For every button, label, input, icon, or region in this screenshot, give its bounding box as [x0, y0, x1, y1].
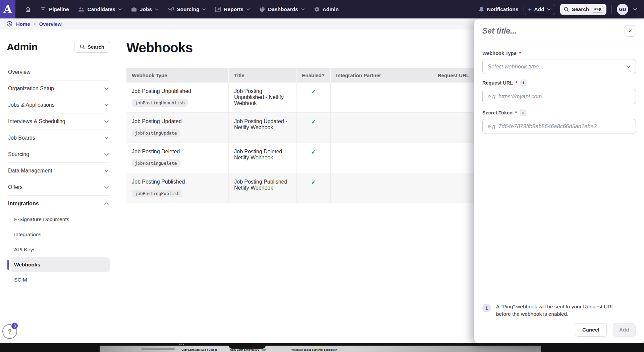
table-row[interactable]: Job Posting Updated jobPostingUpdate Job…: [126, 113, 516, 143]
chevron-down-icon: [104, 87, 109, 90]
nav-candidates[interactable]: Candidates: [73, 3, 126, 15]
chevron-down-icon: [104, 169, 109, 172]
info-icon[interactable]: i: [520, 80, 527, 86]
sidebar-search-button[interactable]: Search: [74, 41, 110, 53]
nav-reports[interactable]: Reports: [210, 3, 255, 15]
request-url-input[interactable]: [482, 89, 636, 104]
sidebar-subitem-esignature-documents[interactable]: E-Signature Documents: [11, 212, 110, 227]
info-circle-icon: i: [482, 304, 491, 312]
column-header-enabled[interactable]: Enabled?: [297, 68, 331, 83]
background-window-scrollbar: [141, 348, 175, 350]
webhook-title: Job Posting Deleted - Netlify Webhook: [229, 143, 297, 173]
add-button[interactable]: + Add: [524, 4, 555, 15]
search-icon: [80, 44, 85, 49]
column-header-title[interactable]: Title: [229, 68, 297, 83]
table-row[interactable]: Job Posting Deleted jobPostingDelete Job…: [126, 143, 516, 173]
nav-label: Sourcing: [177, 6, 199, 12]
sidebar-item-label: Integrations: [8, 201, 39, 207]
nav-label: Jobs: [140, 6, 152, 12]
user-avatar[interactable]: GD: [617, 4, 628, 15]
sidebar-item-job-boards[interactable]: Job Boards: [7, 130, 110, 146]
webhook-title: Job Posting Updated - Netlify Webhook: [229, 113, 297, 143]
cancel-button[interactable]: Cancel: [575, 323, 607, 337]
info-icon[interactable]: i: [520, 109, 526, 116]
sidebar-subitem-label: E-Signature Documents: [14, 216, 69, 222]
nav-admin[interactable]: Admin: [309, 3, 343, 15]
history-icon[interactable]: [7, 21, 12, 27]
sidebar-subitem-scim[interactable]: SCIM: [11, 272, 110, 287]
home-button[interactable]: [20, 3, 36, 15]
nav-sourcing[interactable]: Sourcing: [163, 3, 210, 15]
sidebar-item-organization-setup[interactable]: Organization Setup: [7, 81, 110, 97]
people-icon: [78, 7, 84, 12]
secret-token-input[interactable]: [482, 119, 636, 134]
ping-webhook-note: A "Ping" webhook will be sent to your Re…: [496, 303, 629, 318]
enabled-check-icon: ✓: [311, 89, 316, 95]
nav-jobs[interactable]: Jobs: [126, 3, 163, 15]
chevron-down-icon: [247, 8, 250, 10]
bell-icon: [479, 6, 484, 12]
webhook-type-name: Job Posting Deleted: [132, 149, 223, 155]
chart-icon: [215, 7, 221, 12]
sidebar-subitem-label: Integrations: [14, 232, 41, 238]
sidebar-item-integrations[interactable]: Integrations: [7, 196, 110, 212]
nav-label: Candidates: [87, 6, 115, 12]
webhook-type-name: Job Posting Published: [132, 179, 223, 185]
nav-label: Reports: [224, 6, 244, 12]
nav-dashboards[interactable]: Dashboards: [255, 3, 309, 15]
integration-partner-cell: [331, 173, 432, 203]
nav-pipeline[interactable]: Pipeline: [36, 3, 73, 15]
field-label: Secret Token: [482, 110, 513, 115]
top-navigation-bar: A Pipeline Candidates Jobs Sourcing Repo…: [0, 0, 644, 18]
sidebar-subitem-webhooks[interactable]: Webhooks: [11, 257, 110, 272]
home-icon: [25, 6, 31, 12]
nav-label: Dashboards: [268, 6, 298, 12]
search-icon: [564, 7, 569, 12]
chevron-down-icon: [104, 104, 109, 106]
help-button[interactable]: ? 3: [2, 324, 17, 339]
close-button[interactable]: ×: [625, 25, 636, 37]
add-submit-button[interactable]: Add: [613, 323, 636, 337]
request-url-label-row: Request URL * i: [482, 80, 636, 86]
sidebar-subitem-integrations[interactable]: Integrations: [11, 227, 110, 242]
webhook-type-select[interactable]: Select webhook type...: [482, 59, 636, 74]
table-header-row: Webhook Type Title Enabled? Integration …: [126, 68, 516, 83]
search-shortcut-keycap: ⌘+K: [592, 6, 603, 13]
breadcrumb-current[interactable]: Overview: [39, 21, 62, 27]
sidebar-item-interviews-scheduling[interactable]: Interviews & Scheduling: [7, 113, 110, 130]
table-row[interactable]: Job Posting Published jobPostingPublish …: [126, 173, 516, 203]
enabled-check-icon: ✓: [311, 179, 316, 186]
column-header-webhook-type[interactable]: Webhook Type: [126, 68, 229, 83]
sidebar-item-overview[interactable]: Overview: [7, 64, 110, 81]
nav-label: Pipeline: [49, 6, 69, 12]
webhook-type-name: Job Posting Unpublished: [132, 88, 223, 94]
chevron-down-icon: [104, 186, 109, 189]
webhook-form: Webhook Type * Select webhook type... Re…: [474, 42, 644, 297]
sidebar-item-label: Job Boards: [8, 135, 35, 141]
sidebar-item-sourcing[interactable]: Sourcing: [7, 146, 110, 163]
breadcrumb-separator: [34, 23, 36, 25]
secret-token-label-row: Secret Token * i: [482, 109, 636, 116]
global-search-button[interactable]: Search ⌘+K: [560, 4, 606, 15]
table-row[interactable]: Job Posting Unpublished jobPostingUnpubl…: [126, 83, 516, 113]
sidebar-item-jobs-applications[interactable]: Jobs & Applications: [7, 97, 110, 113]
column-header-integration-partner[interactable]: Integration Partner: [331, 68, 432, 83]
webhook-type-code-badge: jobPostingUnpublish: [132, 99, 188, 107]
breadcrumb-home[interactable]: Home: [16, 21, 30, 27]
field-label: Request URL: [482, 80, 513, 86]
notifications-button[interactable]: Notifications: [479, 6, 519, 12]
user-menu-chevron-icon[interactable]: [633, 8, 637, 10]
sidebar-item-label: Jobs & Applications: [8, 102, 55, 108]
funnel-icon: [40, 7, 46, 12]
sidebar-item-data-management[interactable]: Data Management: [7, 163, 110, 179]
sidebar-subitem-api-keys[interactable]: API Keys: [11, 242, 110, 257]
enabled-check-icon: ✓: [311, 149, 316, 155]
sidebar-item-offers[interactable]: Offers: [7, 179, 110, 196]
drawer-title[interactable]: Set title...: [482, 27, 517, 36]
background-window-snippet: Cozy Earth achieves a CTR of: [181, 348, 217, 351]
sidebar-item-label: Offers: [8, 184, 22, 190]
help-notification-badge: 3: [11, 322, 18, 330]
sidebar-search-label: Search: [88, 44, 104, 50]
plus-icon: +: [528, 6, 532, 12]
app-logo[interactable]: A: [0, 0, 15, 18]
